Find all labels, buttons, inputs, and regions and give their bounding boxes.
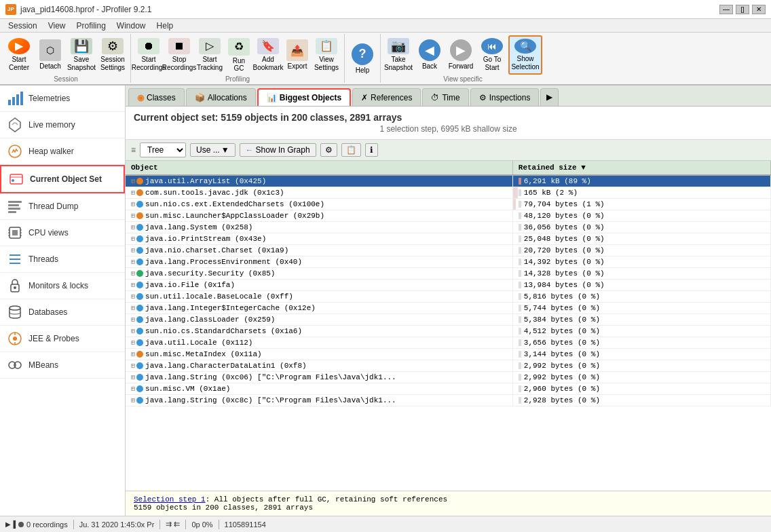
- table-row[interactable]: ⊞java.nio.charset.Charset (0x1a9)20,720 …: [126, 245, 771, 256]
- toolbar: ▶ Start Center ⬡ Detach 💾 Save Snapshot …: [0, 33, 771, 86]
- retained-size-value: 20,720 bytes (0 %): [524, 246, 605, 254]
- expand-icon[interactable]: ⊞: [131, 178, 135, 185]
- sidebar-item-monitors-locks[interactable]: Monitors & locks: [0, 273, 125, 299]
- expand-icon[interactable]: ⊞: [131, 339, 135, 347]
- settings-icon-button[interactable]: ⚙: [320, 143, 337, 157]
- monitors-locks-icon: [7, 278, 23, 294]
- close-button[interactable]: ✕: [752, 5, 766, 14]
- expand-icon[interactable]: ⊞: [131, 305, 135, 312]
- tab-allocations[interactable]: 📦 Allocations: [186, 88, 256, 106]
- object-info-section: Current object set: 5159 objects in 200 …: [126, 107, 771, 140]
- references-tab-label: References: [371, 93, 412, 102]
- table-container[interactable]: Object Retained size ▼ ⊞java.util.ArrayL…: [126, 161, 771, 491]
- start-tracking-button[interactable]: ▷ Start Tracking: [195, 35, 225, 75]
- expand-icon[interactable]: ⊞: [131, 247, 135, 254]
- table-row[interactable]: ⊞sun.misc.Launcher$AppClassLoader (0x29b…: [126, 210, 771, 222]
- menu-help[interactable]: Help: [151, 20, 179, 31]
- menu-view[interactable]: View: [43, 20, 71, 31]
- tab-inspections[interactable]: ⚙ Inspections: [470, 88, 540, 106]
- table-row[interactable]: ⊞java.lang.ClassLoader (0x259)5,384 byte…: [126, 314, 771, 326]
- add-bookmark-button[interactable]: 🔖 Add Bookmark: [253, 35, 283, 75]
- detach-button[interactable]: ⬡ Detach: [35, 35, 65, 75]
- table-row[interactable]: ⊞java.util.ArrayList (0x425)6,291 kB (89…: [126, 175, 771, 187]
- expand-icon[interactable]: ⊞: [131, 362, 135, 370]
- expand-icon[interactable]: ⊞: [131, 259, 135, 266]
- help-button[interactable]: ? Help: [347, 39, 377, 78]
- object-info-title: Current object set: 5159 objects in 200 …: [134, 112, 763, 123]
- export-button[interactable]: 📤 Export: [284, 35, 311, 75]
- table-row[interactable]: ⊞java.lang.String (0xc8c) ["C:\Program F…: [126, 395, 771, 406]
- sidebar-item-threads[interactable]: Threads: [0, 246, 125, 273]
- table-row[interactable]: ⊞java.lang.ProcessEnvironment (0x40)14,3…: [126, 256, 771, 268]
- table-row[interactable]: ⊞com.sun.tools.javac.jdk (0x1c3)165 kB (…: [126, 187, 771, 199]
- sidebar-item-cpu-views[interactable]: CPU views: [0, 220, 125, 246]
- expand-icon[interactable]: ⊞: [131, 212, 135, 220]
- sidebar-item-jee-probes[interactable]: JEE & Probes: [0, 326, 125, 352]
- expand-icon[interactable]: ⊞: [131, 201, 135, 208]
- tab-references[interactable]: ✗ References: [352, 88, 421, 106]
- view-mode-select[interactable]: Tree List Graph: [140, 142, 186, 157]
- back-button[interactable]: ◀ Back: [415, 35, 445, 75]
- expand-icon[interactable]: ⊞: [131, 397, 135, 404]
- sidebar-item-databases[interactable]: Databases: [0, 299, 125, 326]
- table-row[interactable]: ⊞java.io.File (0x1fa)13,984 bytes (0 %): [126, 280, 771, 291]
- table-row[interactable]: ⊞java.lang.CharacterDataLatin1 (0xf8)2,9…: [126, 360, 771, 372]
- expand-icon[interactable]: ⊞: [131, 189, 135, 197]
- expand-icon[interactable]: ⊞: [131, 351, 135, 358]
- info-icon-button[interactable]: ℹ: [365, 143, 378, 157]
- expand-icon[interactable]: ⊞: [131, 316, 135, 324]
- minimize-button[interactable]: —: [719, 5, 733, 14]
- sidebar-item-current-object-set[interactable]: Current Object Set: [0, 165, 125, 193]
- show-in-graph-button[interactable]: ← Show In Graph: [240, 143, 316, 157]
- sidebar-item-live-memory[interactable]: Live memory: [0, 112, 125, 138]
- table-row[interactable]: ⊞java.security.Security (0x85)14,328 byt…: [126, 268, 771, 280]
- session-settings-button[interactable]: ⚙ Session Settings: [98, 35, 128, 75]
- take-snapshot-button[interactable]: 📷 Take Snapshot: [383, 35, 413, 75]
- expand-icon[interactable]: ⊞: [131, 224, 135, 231]
- selection-step-link[interactable]: Selection step 1: [134, 495, 206, 504]
- maximize-button[interactable]: []: [736, 5, 749, 14]
- tab-biggest-objects[interactable]: 📊 Biggest Objects: [257, 88, 351, 106]
- stop-recordings-button[interactable]: ⏹ Stop Recordings: [164, 35, 194, 75]
- show-selection-label: Show Selection: [511, 55, 539, 71]
- object-column-header[interactable]: Object: [126, 161, 512, 175]
- start-center-button[interactable]: ▶ Start Center: [4, 35, 34, 75]
- tab-classes[interactable]: ◉ Classes: [128, 88, 185, 106]
- menu-session[interactable]: Session: [3, 20, 43, 31]
- table-row[interactable]: ⊞java.lang.System (0x258)36,056 bytes (0…: [126, 222, 771, 233]
- save-snapshot-button[interactable]: 💾 Save Snapshot: [67, 35, 96, 75]
- run-gc-button[interactable]: ♻ Run GC: [225, 35, 252, 75]
- use-menu-button[interactable]: Use ... ▼: [190, 143, 236, 157]
- table-row[interactable]: ⊞sun.nio.cs.StandardCharsets (0x1a6)4,51…: [126, 326, 771, 337]
- expand-icon[interactable]: ⊞: [131, 293, 135, 301]
- go-to-start-button[interactable]: ⏮ Go To Start: [477, 35, 507, 75]
- sidebar-item-heap-walker[interactable]: Heap walker: [0, 138, 125, 165]
- sidebar-item-telemetries[interactable]: Telemetries: [0, 86, 125, 112]
- forward-button[interactable]: ▶ Forward: [446, 35, 476, 75]
- expand-icon[interactable]: ⊞: [131, 235, 135, 243]
- menu-profiling[interactable]: Profiling: [71, 20, 111, 31]
- expand-icon[interactable]: ⊞: [131, 374, 135, 381]
- table-row[interactable]: ⊞sun.misc.VM (0x1ae)2,960 bytes (0 %): [126, 383, 771, 395]
- show-selection-button[interactable]: 🔍 Show Selection: [508, 35, 542, 75]
- table-row[interactable]: ⊞java.util.Locale (0x112)3,656 bytes (0 …: [126, 337, 771, 349]
- table-row[interactable]: ⊞java.lang.Integer$IntegerCache (0x12e)5…: [126, 303, 771, 314]
- expand-icon[interactable]: ⊞: [131, 385, 135, 393]
- table-row[interactable]: ⊞java.lang.String (0xc06) ["C:\Program F…: [126, 372, 771, 383]
- expand-icon[interactable]: ⊞: [131, 282, 135, 289]
- expand-icon[interactable]: ⊞: [131, 328, 135, 335]
- sidebar-item-mbeans[interactable]: MBeans: [0, 352, 125, 379]
- table-row[interactable]: ⊞sun.nio.cs.ext.ExtendedCharsets (0x100e…: [126, 199, 771, 210]
- table-row[interactable]: ⊞sun.util.locale.BaseLocale (0xff)5,816 …: [126, 291, 771, 303]
- table-row[interactable]: ⊞java.io.PrintStream (0x43e)25,048 bytes…: [126, 233, 771, 245]
- export-icon-button[interactable]: 📋: [341, 143, 361, 157]
- view-settings-button[interactable]: 📋 View Settings: [312, 35, 341, 75]
- sidebar-item-thread-dump[interactable]: Thread Dump: [0, 193, 125, 220]
- menu-window[interactable]: Window: [111, 20, 151, 31]
- table-row[interactable]: ⊞sun.misc.MetaIndex (0x11a)3,144 bytes (…: [126, 349, 771, 360]
- expand-icon[interactable]: ⊞: [131, 270, 135, 278]
- tab-time[interactable]: ⏱ Time: [422, 88, 468, 106]
- tab-more[interactable]: ▶: [540, 88, 559, 106]
- retained-size-column-header[interactable]: Retained size ▼: [512, 161, 770, 175]
- start-recordings-button[interactable]: ⏺ Start Recordings: [134, 35, 164, 75]
